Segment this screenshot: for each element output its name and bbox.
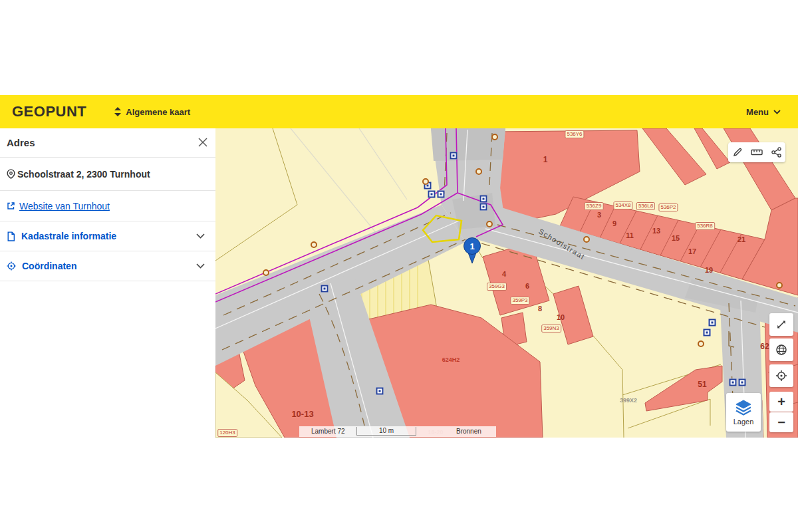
layers-icon — [735, 400, 752, 416]
zoom-out-button[interactable]: − — [769, 412, 793, 432]
close-icon[interactable] — [197, 136, 209, 148]
zoom-in-button[interactable]: + — [769, 392, 793, 412]
map-switcher-label: Algemene kaart — [126, 107, 190, 117]
fullscreen-diagonal-arrows-icon — [776, 319, 787, 330]
chevron-down-icon — [196, 233, 205, 239]
external-link-icon — [7, 201, 15, 210]
layers-button[interactable]: Lagen — [726, 393, 761, 432]
draw-measure-share-toolbar — [728, 142, 785, 162]
address-panel: Adres Schoolstraat 2, 2300 Turnhout Webs… — [0, 128, 216, 438]
panel-title: Adres — [7, 137, 35, 148]
chevron-down-icon — [773, 110, 781, 114]
section-coordinaten[interactable]: Coördinaten — [0, 251, 215, 281]
menu-label: Menu — [746, 107, 769, 117]
menu-button[interactable]: Menu — [746, 107, 781, 117]
globe-icon — [775, 344, 787, 356]
geolocate-button[interactable] — [769, 364, 793, 387]
search-result-marker[interactable]: 1 — [462, 237, 483, 265]
cadastral-map-graphic — [215, 128, 798, 438]
coordinates-target-icon — [7, 261, 16, 271]
projection-label: Lambert 72 — [311, 428, 345, 435]
swap-vertical-icon — [114, 107, 121, 116]
layers-label: Lagen — [733, 418, 754, 426]
top-header: GEOPUNT Algemene kaart Menu — [0, 95, 798, 128]
globe-basemap-button[interactable] — [769, 338, 793, 361]
chevron-down-icon — [196, 263, 205, 269]
location-pin-icon — [7, 169, 15, 179]
section-kadastrale-informatie[interactable]: Kadastrale informatie — [0, 221, 215, 251]
panel-title-row: Adres — [0, 128, 215, 158]
fullscreen-button[interactable] — [769, 313, 793, 336]
address-row: Schoolstraat 2, 2300 Turnhout — [0, 158, 215, 191]
attribution-link[interactable]: Bronnen — [456, 428, 481, 435]
section-label: Coördinaten — [22, 261, 76, 271]
address-value: Schoolstraat 2, 2300 Turnhout — [17, 169, 150, 180]
svg-text:1: 1 — [469, 241, 474, 251]
measure-ruler-icon[interactable] — [751, 148, 763, 156]
geopunt-app: GEOPUNT Algemene kaart Menu Adres — [0, 0, 798, 532]
locate-target-icon — [775, 370, 787, 382]
scalebar-strip: Lambert 72 10 m Bronnen — [299, 426, 496, 437]
section-label: Kadastrale informatie — [21, 231, 116, 241]
pencil-draw-icon[interactable] — [732, 147, 743, 158]
document-icon — [7, 231, 15, 241]
map-switcher[interactable]: Algemene kaart — [114, 107, 190, 117]
share-icon[interactable] — [771, 147, 781, 158]
website-link-row: Website van Turnhout — [0, 191, 215, 221]
geopunt-logo[interactable]: GEOPUNT — [12, 103, 86, 120]
map-canvas[interactable]: 1391113151719214681010-1351625856536Y653… — [215, 128, 798, 438]
scalebar-distance: 10 m — [356, 427, 416, 436]
website-link[interactable]: Website van Turnhout — [19, 201, 110, 211]
